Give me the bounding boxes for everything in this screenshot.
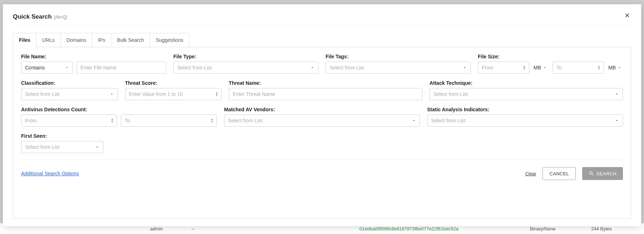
threat-name-input[interactable] — [233, 91, 418, 97]
file-type-select[interactable]: Select from List — [173, 62, 318, 74]
bg-dash: -- — [191, 226, 194, 231]
label-file-name: File Name: — [21, 54, 166, 59]
label-threat-score: Threat Score: — [125, 80, 222, 86]
static-analysis-select[interactable]: Select from List — [427, 114, 623, 127]
bg-user: admin — [150, 226, 163, 231]
file-size-to-input[interactable]: ▲▼ — [553, 62, 604, 74]
file-size-from[interactable] — [482, 65, 525, 70]
field-first-seen: First Seen: Select from List — [21, 133, 103, 153]
stepper-icon[interactable]: ▲▼ — [596, 64, 601, 71]
label-static-analysis: Static Analysis Indicators: — [427, 107, 623, 112]
label-file-tags: File Tags: — [326, 54, 471, 59]
matched-av-select[interactable]: Select from List — [224, 114, 420, 127]
search-button[interactable]: SEARCH — [582, 167, 623, 180]
stepper-icon[interactable]: ▲▼ — [209, 117, 214, 124]
field-attack-technique: Attack Technique: Select from List — [430, 80, 623, 100]
bg-type: Binary/None — [530, 226, 556, 231]
file-name-match-select[interactable]: Contains — [21, 62, 73, 74]
field-classification: Classification: Select from List — [21, 80, 118, 100]
field-static-analysis: Static Analysis Indicators: Select from … — [427, 107, 623, 127]
label-first-seen: First Seen: — [21, 133, 103, 139]
file-tags-value: Select from List — [330, 65, 467, 70]
unit-label: MB — [608, 65, 616, 70]
tab-suggestions[interactable]: Suggestions — [150, 33, 189, 47]
field-matched-av: Matched AV Vendors: Select from List — [224, 107, 420, 127]
modal-shortcut: [Alt+Q] — [54, 15, 67, 20]
modal-title: Quick Search — [13, 13, 52, 20]
first-seen-value: Select from List — [25, 144, 99, 150]
threat-score-input-wrap[interactable]: ▲▼ — [125, 88, 222, 100]
clear-link[interactable]: Clear — [525, 171, 536, 176]
file-type-value: Select from List — [177, 65, 314, 70]
av-count-from[interactable] — [25, 118, 113, 123]
close-icon — [624, 12, 630, 19]
stepper-icon[interactable]: ▲▼ — [110, 117, 115, 124]
row-1: File Name: Contains File Type: Select fr… — [21, 54, 623, 74]
field-file-tags: File Tags: Select from List — [326, 54, 471, 74]
chevron-down-icon — [543, 65, 547, 70]
modal-header: Quick Search [Alt+Q] — [13, 11, 631, 26]
cancel-label: CANCEL — [549, 171, 569, 176]
row-4: First Seen: Select from List — [21, 133, 623, 153]
field-file-name: File Name: Contains — [21, 54, 166, 74]
unit-label: MB — [534, 65, 541, 70]
row-3: Antivirus Detections Count: ▲▼ ▲▼ Matche… — [21, 107, 623, 127]
tab-bulk-search[interactable]: Bulk Search — [111, 33, 150, 47]
file-size-from-unit[interactable]: MB — [532, 65, 548, 70]
tab-ips[interactable]: IPs — [92, 33, 111, 47]
tab-urls[interactable]: URLs — [36, 33, 61, 47]
cancel-button[interactable]: CANCEL — [543, 167, 576, 180]
field-threat-name: Threat Name: — [229, 80, 422, 100]
additional-search-options-link[interactable]: Additional Search Options — [21, 171, 79, 176]
stepper-icon[interactable]: ▲▼ — [214, 91, 219, 98]
classification-value: Select from List — [25, 91, 114, 97]
label-av-count: Antivirus Detections Count: — [21, 107, 217, 112]
close-button[interactable] — [623, 11, 631, 20]
chevron-down-icon — [617, 65, 621, 70]
threat-name-input-wrap[interactable] — [229, 88, 422, 100]
bg-hash: 01edba0f9599c6e8187873f6e077e22f61bdc52a — [360, 226, 459, 231]
search-icon — [589, 171, 594, 176]
av-count-to-wrap[interactable]: ▲▼ — [121, 114, 217, 127]
static-analysis-value: Select from List — [431, 118, 619, 123]
file-size-to-unit[interactable]: MB — [607, 65, 623, 70]
classification-select[interactable]: Select from List — [21, 88, 118, 100]
first-seen-select[interactable]: Select from List — [21, 141, 103, 153]
av-count-from-wrap[interactable]: ▲▼ — [21, 114, 117, 127]
matched-av-value: Select from List — [228, 118, 416, 123]
bg-size: 244 Bytes — [591, 226, 612, 231]
tab-domains[interactable]: Domains — [60, 33, 92, 47]
field-file-type: File Type: Select from List — [173, 54, 318, 74]
field-av-count: Antivirus Detections Count: ▲▼ ▲▼ — [21, 107, 217, 127]
field-file-size: File Size: ▲▼ MB — [478, 54, 623, 74]
label-threat-name: Threat Name: — [229, 80, 422, 86]
tabs: Files URLs Domains IPs Bulk Search Sugge… — [13, 33, 631, 47]
label-file-size: File Size: — [478, 54, 623, 59]
file-size-to[interactable] — [556, 65, 600, 70]
row-2: Classification: Select from List Threat … — [21, 80, 623, 100]
footer-actions: Clear CANCEL SEARCH — [525, 167, 623, 180]
search-label: SEARCH — [596, 171, 616, 176]
attack-technique-value: Select from List — [434, 91, 619, 97]
search-panel: File Name: Contains File Type: Select fr… — [13, 47, 631, 219]
stepper-icon[interactable]: ▲▼ — [522, 64, 527, 71]
threat-score-input[interactable] — [129, 91, 218, 97]
attack-technique-select[interactable]: Select from List — [430, 88, 623, 100]
field-threat-score: Threat Score: ▲▼ — [125, 80, 222, 100]
file-size-from-input[interactable]: ▲▼ — [478, 62, 529, 74]
file-name-input-wrap[interactable] — [76, 62, 166, 74]
file-tags-select[interactable]: Select from List — [326, 62, 471, 74]
label-attack-technique: Attack Technique: — [430, 80, 623, 86]
quick-search-modal: Quick Search [Alt+Q] Files URLs Domains … — [3, 4, 641, 226]
label-file-type: File Type: — [173, 54, 318, 59]
label-matched-av: Matched AV Vendors: — [224, 107, 420, 112]
label-classification: Classification: — [21, 80, 118, 86]
file-name-input[interactable] — [80, 65, 162, 70]
av-count-to[interactable] — [125, 118, 213, 123]
panel-footer: Additional Search Options Clear CANCEL S… — [21, 160, 623, 180]
file-name-match-value: Contains — [25, 65, 69, 70]
tab-files[interactable]: Files — [13, 33, 36, 47]
